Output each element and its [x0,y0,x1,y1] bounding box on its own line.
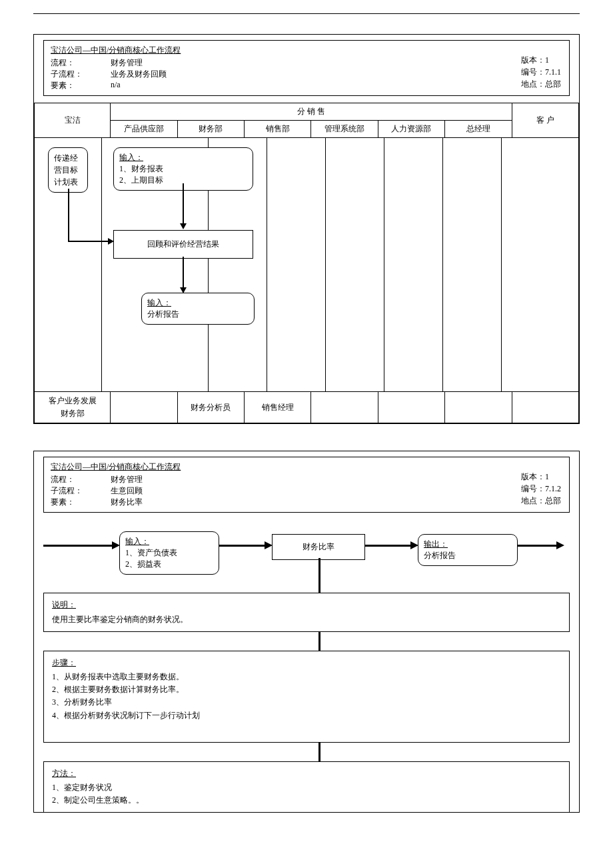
d1-title: 宝洁公司—中国/分销商核心工作流程 [51,45,562,56]
d2-input-title: 输入： [125,536,213,547]
d1-meta-l0-val: 财务管理 [111,57,143,69]
footer-finance: 财务分析员 [177,392,244,423]
d2-desc-body: 使用主要比率鉴定分销商的财务状况。 [52,613,561,626]
d2-conn-1 [34,632,579,651]
footer-sales: 销售经理 [244,392,310,423]
d2-meta-r1: 编号：7.1.2 [521,483,561,495]
d1-header: 宝洁公司—中国/分销商核心工作流程 流程：财务管理 子流程：业务及财务回顾 要素… [43,40,570,96]
lane-sub-3: 管理系统部 [311,121,378,138]
node-review-text: 回顾和评价经营结果 [147,239,219,249]
footer-pg: 客户业务发展 财务部 [35,392,111,423]
d2-meta-l0-label: 流程： [51,474,111,485]
footer-pg-0: 客户业务发展 [37,395,107,407]
d2-flow-area: 输入： 1、资产负债表 2、损益表 财务比率 输出： 分析报告 [34,519,579,593]
lane-sub-5: 总经理 [445,121,512,138]
d2-input-box: 输入： 1、资产负债表 2、损益表 [119,531,219,575]
d2-output-title: 输出： [424,539,512,550]
lane-head-customer: 客 户 [512,103,578,138]
d2-center-text: 财务比率 [303,542,334,551]
swimlane-table: 宝洁 分 销 售 客 户 产品供应部 财务部 销售部 管理系统部 人力资源部 总… [34,103,579,423]
d2-center-box: 财务比率 [272,534,365,560]
node-output: 输入： 分析报告 [141,293,255,325]
d2-meta-r0: 版本：1 [521,471,561,483]
d1-meta-l1-label: 子流程： [51,69,111,80]
page-divider [33,13,580,14]
lane-sub-4: 人力资源部 [378,121,444,138]
swimlane-footer: 客户业务发展 财务部 财务分析员 销售经理 [35,392,579,423]
d1-meta-r1: 编号：7.1.1 [521,66,561,78]
node-output-l1: 分析报告 [147,309,249,320]
d2-output-box: 输出： 分析报告 [418,534,518,566]
lane-sub-0: 产品供应部 [111,121,177,138]
d1-meta-l0-label: 流程： [51,57,111,69]
d2-method-1: 2、制定公司生意策略。。 [52,794,561,807]
lane-head-dist: 分 销 售 [111,103,512,121]
lane-head-pg: 宝洁 [35,103,111,138]
swimlane-header-row2: 产品供应部 财务部 销售部 管理系统部 人力资源部 总经理 [35,121,579,138]
d2-step-1: 2、根据主要财务数据计算财务比率。 [52,683,561,696]
node-input-l1: 1、财务报表 [119,163,247,175]
lane-sub-1: 财务部 [177,121,244,138]
diagram-2: 宝洁公司—中国/分销商核心工作流程 流程：财务管理 子流程：生意回顾 要素：财务… [33,451,580,813]
d2-method-block: 方法： 1、鉴定财务状况 2、制定公司生意策略。。 [43,761,570,813]
d2-output-l0: 分析报告 [424,550,512,561]
d2-meta-r2: 地点：总部 [521,495,561,507]
d2-meta-l2-label: 要素： [51,497,111,508]
d2-meta-l1-val: 生意回顾 [111,485,143,497]
d2-method-title: 方法： [52,767,561,780]
d2-steps-title: 步骤： [52,657,561,669]
d2-conn-2 [34,743,579,761]
diagram-1: 宝洁公司—中国/分销商核心工作流程 流程：财务管理 子流程：业务及财务回顾 要素… [33,34,580,424]
d1-meta-r2: 地点：总部 [521,78,561,90]
d2-input-l0: 1、资产负债表 [125,547,213,559]
d1-meta-r0: 版本：1 [521,54,561,66]
swimlane-body-row: 传递经 营目标 计划表 输入： 1、财务报表 2、上期目标 [35,138,579,392]
d2-meta-l0-val: 财务管理 [111,474,143,485]
d1-meta-l2-label: 要素： [51,80,111,91]
swimlane-canvas: 传递经 营目标 计划表 输入： 1、财务报表 2、上期目标 [35,138,578,391]
footer-pg-1: 财务部 [37,407,107,420]
d1-meta-l2-val: n/a [111,80,121,91]
d1-meta-right: 版本：1 编号：7.1.1 地点：总部 [521,54,561,90]
d2-steps-block: 步骤： 1、从财务报表中选取主要财务数据。 2、根据主要财务数据计算财务比率。 … [43,651,570,743]
d2-method-0: 1、鉴定财务状况 [52,781,561,794]
d2-meta-l2-val: 财务比率 [111,497,143,508]
node-review: 回顾和评价经营结果 [113,230,253,259]
node-goal-plan: 传递经 营目标 计划表 [48,147,88,193]
node-output-title: 输入： [147,297,249,309]
node-input-title: 输入： [119,152,247,163]
d2-meta-l1-label: 子流程： [51,485,111,497]
d2-step-0: 1、从财务报表中选取主要财务数据。 [52,671,561,683]
d2-desc-block: 说明： 使用主要比率鉴定分销商的财务状况。 [43,593,570,631]
swimlane-header-row1: 宝洁 分 销 售 客 户 [35,103,579,121]
d2-header: 宝洁公司—中国/分销商核心工作流程 流程：财务管理 子流程：生意回顾 要素：财务… [43,457,570,513]
d2-input-l1: 2、损益表 [125,559,213,570]
node-goal-plan-text: 传递经 营目标 计划表 [54,153,78,187]
d1-meta-l1-val: 业务及财务回顾 [111,69,167,80]
d2-meta-right: 版本：1 编号：7.1.2 地点：总部 [521,471,561,507]
d2-step-3: 4、根据分析财务状况制订下一步行动计划 [52,709,561,722]
d2-title: 宝洁公司—中国/分销商核心工作流程 [51,461,562,473]
lane-sub-2: 销售部 [244,121,310,138]
d2-step-2: 3、分析财务比率 [52,696,561,709]
d2-desc-title: 说明： [52,599,561,611]
